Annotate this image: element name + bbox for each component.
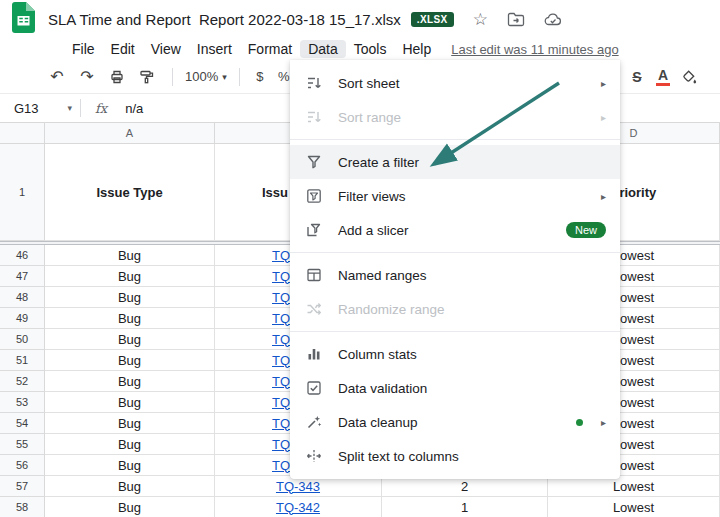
- menu-item-label: Create a filter: [338, 155, 606, 170]
- text-color-button[interactable]: A: [650, 68, 676, 86]
- cell-issue-key[interactable]: TQ-343: [215, 476, 382, 497]
- menu-item-named-ranges[interactable]: Named ranges: [290, 258, 620, 292]
- magic-wand-icon: [306, 414, 324, 430]
- format-currency-button[interactable]: $: [248, 69, 272, 84]
- google-sheets-app: SLA Time and Report Report 2022-03-18 15…: [0, 0, 720, 517]
- cell-issue-type[interactable]: Bug: [45, 329, 215, 350]
- xlsx-badge: .XLSX: [411, 12, 454, 27]
- row-header[interactable]: 53: [0, 392, 45, 413]
- menu-item-data-validation[interactable]: Data validation: [290, 371, 620, 405]
- menu-item-randomize-range: Randomize range: [290, 292, 620, 326]
- cell-issue-type[interactable]: Bug: [45, 476, 215, 497]
- move-folder-icon[interactable]: [507, 11, 525, 27]
- cell-issue-type-header[interactable]: Issue Type: [45, 144, 215, 241]
- row-header[interactable]: 56: [0, 455, 45, 476]
- row-header[interactable]: 51: [0, 350, 45, 371]
- cell-issue-type[interactable]: Bug: [45, 308, 215, 329]
- row-header[interactable]: 50: [0, 329, 45, 350]
- menu-insert[interactable]: Insert: [189, 40, 240, 58]
- column-stats-icon: [306, 346, 324, 362]
- menu-help[interactable]: Help: [394, 40, 439, 58]
- row-header[interactable]: 46: [0, 245, 45, 266]
- strikethrough-button[interactable]: S: [624, 69, 650, 85]
- row-header[interactable]: 57: [0, 476, 45, 497]
- formula-input[interactable]: n/a: [125, 101, 143, 116]
- cell-issue-type[interactable]: Bug: [45, 434, 215, 455]
- redo-button[interactable]: ↷: [74, 67, 100, 86]
- cell-issue-type[interactable]: Bug: [45, 287, 215, 308]
- menubar: File Edit View Insert Format Data Tools …: [0, 38, 720, 60]
- menu-data[interactable]: Data: [300, 40, 346, 58]
- issue-link[interactable]: TQ-342: [276, 500, 320, 515]
- cell-issue-type[interactable]: Bug: [45, 266, 215, 287]
- menu-item-filter-views[interactable]: Filter views ▸: [290, 179, 620, 213]
- cell-issue-type[interactable]: Bug: [45, 497, 215, 517]
- sort-sheet-icon: [306, 75, 324, 91]
- menu-format[interactable]: Format: [240, 40, 300, 58]
- menu-file[interactable]: File: [64, 40, 103, 58]
- shuffle-icon: [306, 301, 324, 317]
- cloud-status-icon[interactable]: [544, 11, 562, 27]
- data-validation-icon: [306, 380, 324, 396]
- undo-button[interactable]: ↶: [44, 67, 70, 86]
- last-edit-link[interactable]: Last edit was 11 minutes ago: [451, 42, 618, 57]
- named-ranges-icon: [306, 267, 324, 283]
- select-all-corner[interactable]: [0, 123, 45, 143]
- row-header[interactable]: 1: [0, 144, 45, 241]
- menu-item-label: Data cleanup: [338, 415, 576, 430]
- cell-issue-type[interactable]: Bug: [45, 245, 215, 266]
- chevron-down-icon: ▾: [222, 72, 227, 82]
- row-header[interactable]: 47: [0, 266, 45, 287]
- cell-value[interactable]: 1: [382, 497, 548, 517]
- row-header[interactable]: 49: [0, 308, 45, 329]
- cell-issue-type[interactable]: Bug: [45, 413, 215, 434]
- row-header[interactable]: 52: [0, 371, 45, 392]
- menu-item-data-cleanup[interactable]: Data cleanup ▸: [290, 405, 620, 439]
- cell-priority[interactable]: Lowest: [548, 497, 720, 517]
- titlebar: SLA Time and Report Report 2022-03-18 15…: [0, 0, 720, 38]
- zoom-value: 100%: [185, 69, 218, 84]
- cell-issue-type[interactable]: Bug: [45, 392, 215, 413]
- menu-view[interactable]: View: [143, 40, 189, 58]
- menu-edit[interactable]: Edit: [103, 40, 143, 58]
- cell-issue-key[interactable]: TQ-342: [215, 497, 382, 517]
- zoom-select[interactable]: 100% ▾: [181, 69, 231, 84]
- row-header[interactable]: 48: [0, 287, 45, 308]
- menu-item-label: Sort sheet: [338, 76, 591, 91]
- fill-color-button[interactable]: [676, 69, 702, 85]
- cell-priority[interactable]: Lowest: [548, 476, 720, 497]
- table-row: 58BugTQ-3421Lowest: [0, 497, 720, 517]
- slicer-icon: [306, 222, 324, 238]
- menu-item-create-a-filter[interactable]: Create a filter: [290, 145, 620, 179]
- cell-issue-type[interactable]: Bug: [45, 350, 215, 371]
- column-header-a[interactable]: A: [45, 123, 215, 143]
- row-header[interactable]: 58: [0, 497, 45, 517]
- sheets-logo-icon[interactable]: [12, 2, 35, 37]
- menu-item-add-a-slicer[interactable]: Add a slicer New: [290, 213, 620, 247]
- menu-item-column-stats[interactable]: Column stats: [290, 337, 620, 371]
- menu-item-sort-sheet[interactable]: Sort sheet ▸: [290, 66, 620, 100]
- print-button[interactable]: [104, 69, 130, 85]
- row-header[interactable]: 55: [0, 434, 45, 455]
- chevron-down-icon: ▾: [67, 103, 72, 113]
- menu-item-label: Randomize range: [338, 302, 606, 317]
- menu-item-split-text-to-columns[interactable]: Split text to columns: [290, 439, 620, 473]
- row-header[interactable]: 54: [0, 413, 45, 434]
- paint-format-button[interactable]: [134, 69, 160, 85]
- menu-separator: [290, 252, 620, 253]
- cell-issue-type[interactable]: Bug: [45, 455, 215, 476]
- toolbar-right-group: S A: [607, 68, 706, 86]
- submenu-arrow-icon: ▸: [601, 191, 606, 202]
- star-icon[interactable]: ☆: [473, 11, 488, 28]
- cell-issue-type[interactable]: Bug: [45, 371, 215, 392]
- data-dropdown-menu: Sort sheet ▸ Sort range ▸ Create a filte…: [290, 60, 620, 479]
- new-badge: New: [566, 222, 606, 238]
- issue-link[interactable]: TQ-343: [276, 479, 320, 494]
- menu-item-label: Named ranges: [338, 268, 606, 283]
- menu-tools[interactable]: Tools: [346, 40, 395, 58]
- submenu-arrow-icon: ▸: [601, 417, 606, 428]
- name-box[interactable]: G13 ▾: [0, 101, 80, 116]
- document-title[interactable]: SLA Time and Report Report 2022-03-18 15…: [48, 11, 401, 28]
- submenu-arrow-icon: ▸: [601, 112, 606, 123]
- cell-value[interactable]: 2: [382, 476, 548, 497]
